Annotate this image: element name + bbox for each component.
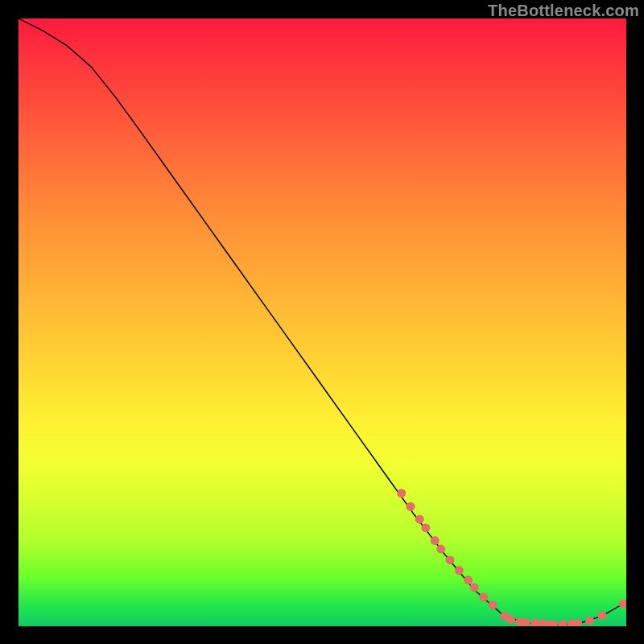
highlight-dot [436, 545, 445, 554]
highlight-dot [479, 592, 488, 601]
highlight-dot [470, 583, 479, 592]
highlight-dot [585, 617, 594, 625]
highlight-dot [549, 620, 558, 626]
highlight-dot [455, 566, 464, 575]
highlight-dot [619, 600, 626, 609]
chart-plot-area [19, 19, 626, 626]
highlight-dot [558, 620, 567, 626]
highlight-dot [446, 555, 455, 564]
chart-svg [19, 19, 626, 626]
highlight-dot [431, 536, 440, 545]
highlight-dot [506, 615, 515, 624]
curve-line [19, 19, 626, 625]
highlight-dot [397, 489, 406, 497]
highlight-dot [421, 523, 430, 532]
highlight-dot [464, 576, 473, 584]
watermark-label: TheBottleneck.com [488, 2, 639, 20]
chart-stage: TheBottleneck.com [0, 0, 644, 644]
highlight-dot [488, 601, 497, 609]
highlight-dot [573, 619, 582, 626]
highlight-dot [406, 502, 415, 511]
highlight-dot [597, 611, 606, 620]
highlight-dot [415, 515, 424, 524]
